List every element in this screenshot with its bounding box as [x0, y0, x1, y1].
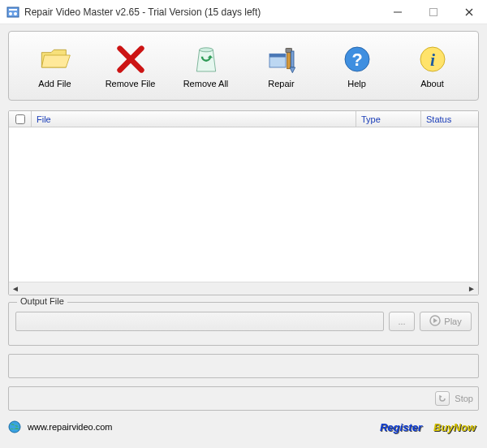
select-all-checkbox[interactable] [15, 114, 25, 124]
remove-file-label: Remove File [106, 79, 156, 88]
buynow-link[interactable]: BuyNow [433, 421, 476, 433]
about-button[interactable]: i About [400, 43, 465, 88]
footer: www.repairvideo.com Register BuyNow [8, 417, 479, 437]
svg-rect-15 [291, 51, 293, 67]
status-column-header[interactable]: Status [421, 111, 478, 127]
scroll-right-icon[interactable]: ► [465, 282, 478, 295]
window-controls [380, 0, 487, 24]
recycle-bin-icon [190, 43, 222, 75]
add-file-label: Add File [38, 79, 71, 88]
register-link[interactable]: Register [380, 421, 422, 433]
progress-bar [8, 354, 479, 378]
title-bar: Repair Video Master v2.65 - Trial Versio… [0, 0, 487, 24]
output-file-legend: Output File [17, 296, 67, 306]
client-area: Add File Remove File Remove All [0, 24, 487, 448]
svg-point-2 [9, 12, 12, 15]
list-body[interactable] [9, 127, 478, 282]
help-button[interactable]: ? Help [325, 43, 390, 88]
output-file-group: Output File ... Play [8, 302, 479, 346]
help-label: Help [347, 79, 366, 88]
svg-rect-5 [430, 8, 437, 15]
play-icon [429, 315, 441, 328]
select-all-column[interactable] [9, 111, 32, 127]
play-label: Play [444, 317, 461, 326]
stop-label: Stop [455, 394, 473, 403]
play-button[interactable]: Play [420, 312, 472, 331]
file-list: File Type Status ◄ ► [8, 110, 479, 295]
folder-open-icon [39, 43, 71, 75]
app-icon [6, 6, 19, 19]
website-link[interactable]: www.repairvideo.com [28, 422, 113, 432]
about-label: About [420, 79, 444, 88]
svg-point-22 [9, 421, 20, 433]
svg-text:?: ? [351, 50, 362, 70]
stop-button[interactable]: Stop [435, 391, 473, 406]
repair-label: Repair [268, 79, 294, 88]
browse-label: ... [398, 317, 405, 326]
list-header: File Type Status [9, 111, 478, 127]
tools-icon [265, 43, 298, 75]
stop-icon [435, 391, 450, 406]
stop-group: Stop [8, 386, 479, 411]
type-column-header[interactable]: Type [356, 111, 421, 127]
svg-marker-21 [433, 318, 437, 323]
remove-all-label: Remove All [183, 79, 229, 88]
x-red-icon [114, 43, 147, 75]
remove-file-button[interactable]: Remove File [98, 43, 163, 88]
output-file-input[interactable] [15, 312, 384, 331]
svg-rect-0 [7, 7, 19, 17]
maximize-button[interactable] [416, 0, 451, 24]
add-file-button[interactable]: Add File [23, 43, 88, 88]
file-column-header[interactable]: File [32, 111, 356, 127]
close-button[interactable] [451, 0, 487, 24]
svg-point-3 [14, 12, 17, 15]
window-title: Repair Video Master v2.65 - Trial Versio… [24, 6, 380, 18]
info-icon: i [416, 43, 449, 75]
remove-all-button[interactable]: Remove All [174, 43, 239, 88]
horizontal-scrollbar[interactable]: ◄ ► [9, 282, 478, 295]
repair-button[interactable]: Repair [249, 43, 314, 88]
svg-point-10 [199, 48, 213, 52]
main-toolbar: Add File Remove File Remove All [8, 31, 479, 101]
svg-rect-13 [269, 54, 286, 57]
help-icon: ? [341, 43, 373, 75]
globe-icon [8, 420, 21, 433]
browse-button[interactable]: ... [389, 312, 415, 331]
scroll-left-icon[interactable]: ◄ [9, 282, 22, 295]
svg-text:i: i [429, 50, 434, 70]
svg-rect-1 [9, 9, 17, 11]
minimize-button[interactable] [380, 0, 416, 24]
